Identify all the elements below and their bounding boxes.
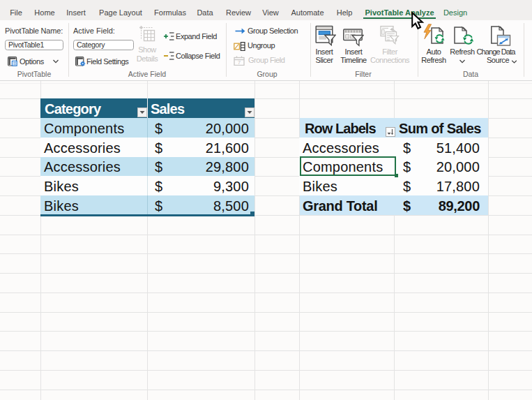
svg-text:7: 7 <box>238 59 241 66</box>
